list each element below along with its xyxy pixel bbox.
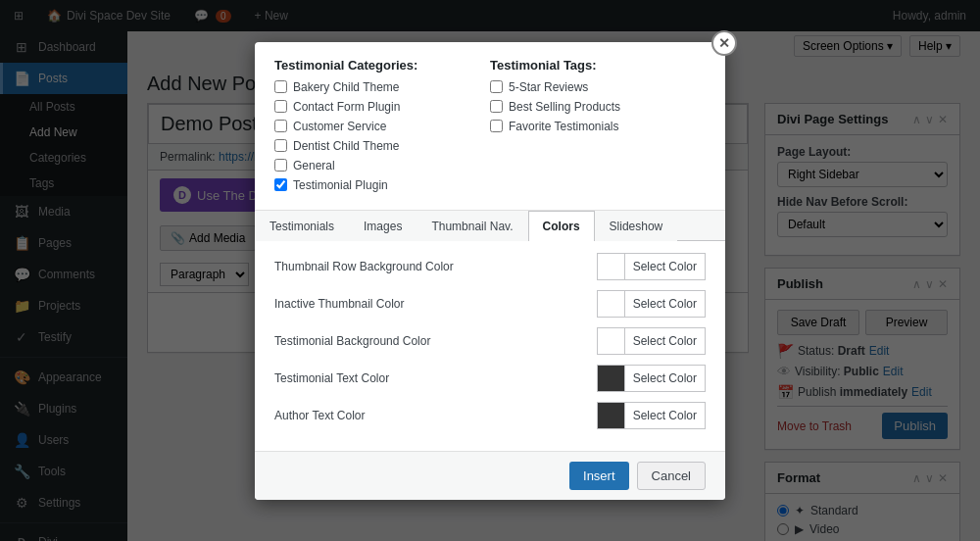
category-contact-checkbox[interactable] <box>274 100 287 113</box>
tag-5star[interactable]: 5-Star Reviews <box>490 80 706 94</box>
category-dentist-label: Dentist Child Theme <box>293 139 400 153</box>
tag-5star-checkbox[interactable] <box>490 80 503 93</box>
select-color-testimonial-text-button[interactable]: Select Color <box>597 365 706 392</box>
tab-images[interactable]: Images <box>349 211 416 241</box>
color-swatch-thumbnail-bg <box>598 254 625 279</box>
categories-title: Testimonial Categories: <box>274 58 490 73</box>
modal-close-button[interactable]: ✕ <box>711 30 737 56</box>
color-inactive-thumbnail-label: Inactive Thumbnail Color <box>274 297 405 311</box>
tag-bestselling-label: Best Selling Products <box>509 100 620 114</box>
modal: Testimonial Categories: Bakery Child The… <box>255 42 725 500</box>
tag-bestselling-checkbox[interactable] <box>490 100 503 113</box>
tab-colors[interactable]: Colors <box>528 211 595 241</box>
tag-5star-label: 5-Star Reviews <box>509 80 588 94</box>
category-bakery-checkbox[interactable] <box>274 80 287 93</box>
color-author-text-label: Author Text Color <box>274 409 366 422</box>
category-general-label: General <box>293 159 335 172</box>
tag-favorite-label: Favorite Testimonials <box>509 120 619 133</box>
color-testimonial-text-label: Testimonial Text Color <box>274 371 389 385</box>
category-dentist-checkbox[interactable] <box>274 139 287 152</box>
tag-favorite-checkbox[interactable] <box>490 120 503 132</box>
color-row-inactive-thumbnail: Inactive Thumbnail Color Select Color <box>274 290 706 318</box>
color-swatch-testimonial-text <box>598 366 625 391</box>
modal-footer: Insert Cancel <box>255 451 725 500</box>
category-bakery-label: Bakery Child Theme <box>293 80 400 94</box>
color-swatch-testimonial-bg <box>598 328 625 354</box>
modal-dialog: Testimonial Categories: Bakery Child The… <box>255 42 725 500</box>
color-swatch-inactive-thumbnail <box>598 291 625 317</box>
category-bakery[interactable]: Bakery Child Theme <box>274 80 490 94</box>
category-general[interactable]: General <box>274 159 490 172</box>
category-testimonial-checkbox[interactable] <box>274 178 287 191</box>
modal-colors-content: Thumbnail Row Background Color Select Co… <box>255 241 725 451</box>
category-customer-label: Customer Service <box>293 120 386 133</box>
color-row-testimonial-bg: Testimonial Background Color Select Colo… <box>274 327 706 355</box>
select-color-author-text-button[interactable]: Select Color <box>597 402 706 429</box>
modal-overlay[interactable]: Testimonial Categories: Bakery Child The… <box>0 0 980 541</box>
select-color-label: Select Color <box>625 330 705 352</box>
color-swatch-author-text <box>598 403 625 428</box>
select-color-label: Select Color <box>625 368 705 389</box>
color-row-thumbnail-bg: Thumbnail Row Background Color Select Co… <box>274 253 706 280</box>
cancel-button[interactable]: Cancel <box>637 462 706 490</box>
category-testimonial-label: Testimonial Plugin <box>293 178 388 192</box>
category-customer[interactable]: Customer Service <box>274 120 490 133</box>
select-color-label: Select Color <box>625 293 705 315</box>
tag-bestselling[interactable]: Best Selling Products <box>490 100 706 114</box>
color-testimonial-bg-label: Testimonial Background Color <box>274 334 430 348</box>
category-testimonial[interactable]: Testimonial Plugin <box>274 178 490 192</box>
category-customer-checkbox[interactable] <box>274 120 287 132</box>
insert-button[interactable]: Insert <box>569 462 629 490</box>
color-thumbnail-bg-label: Thumbnail Row Background Color <box>274 260 454 273</box>
tab-testimonials[interactable]: Testimonials <box>255 211 349 241</box>
tab-thumbnail-nav[interactable]: Thumbnail Nav. <box>416 211 527 241</box>
select-color-inactive-thumbnail-button[interactable]: Select Color <box>597 290 706 318</box>
tab-slideshow[interactable]: Slideshow <box>595 211 678 241</box>
category-contact-label: Contact Form Plugin <box>293 100 400 114</box>
select-color-testimonial-bg-button[interactable]: Select Color <box>597 327 706 355</box>
select-color-thumbnail-bg-button[interactable]: Select Color <box>597 253 706 280</box>
color-row-author-text: Author Text Color Select Color <box>274 402 706 429</box>
modal-tabs: Testimonials Images Thumbnail Nav. Color… <box>255 211 725 241</box>
select-color-label: Select Color <box>625 405 705 426</box>
category-general-checkbox[interactable] <box>274 159 287 172</box>
category-contact[interactable]: Contact Form Plugin <box>274 100 490 114</box>
category-dentist[interactable]: Dentist Child Theme <box>274 139 490 153</box>
tag-favorite[interactable]: Favorite Testimonials <box>490 120 706 133</box>
color-row-testimonial-text: Testimonial Text Color Select Color <box>274 365 706 392</box>
select-color-label: Select Color <box>625 256 705 277</box>
tags-title: Testimonial Tags: <box>490 58 706 73</box>
